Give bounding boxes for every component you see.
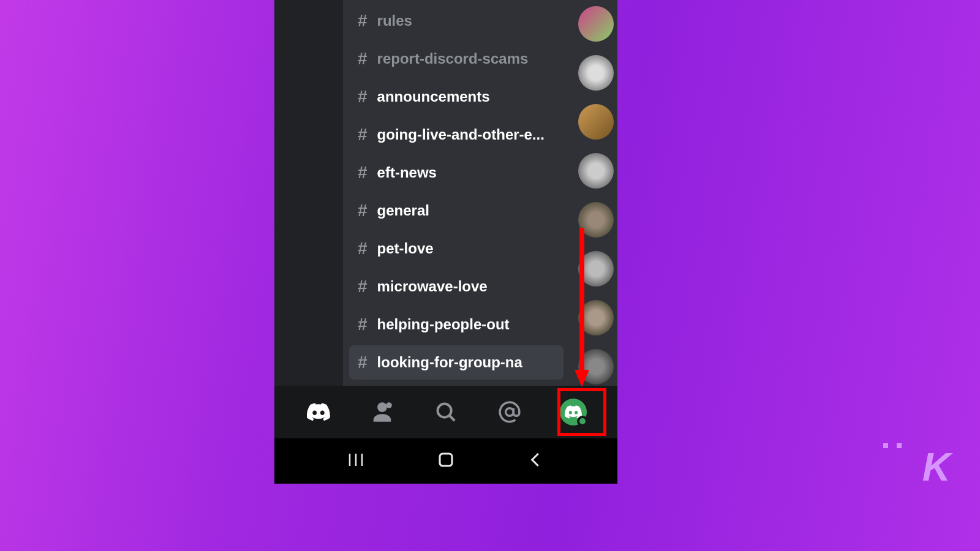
channel-label: general [377,202,429,219]
member-avatar[interactable] [578,153,614,189]
channel-list[interactable]: #rules#report-discord-scams#announcement… [343,0,575,438]
channel-label: rules [377,12,412,29]
watermark-dots [883,443,902,448]
channel-label: going-live-and-other-e... [377,126,545,143]
member-avatar[interactable] [578,104,614,140]
channel-label: looking-for-group-na [377,354,522,371]
channel-announcements[interactable]: #announcements [349,80,564,114]
watermark-logo: K [922,444,949,490]
nav-friends-icon[interactable] [367,397,398,427]
android-system-nav [274,438,617,484]
hash-icon: # [358,125,368,144]
channel-microwave-love[interactable]: #microwave-love [349,269,564,304]
svg-point-3 [506,408,514,416]
channel-report-discord-scams[interactable]: #report-discord-scams [349,42,564,76]
channel-label: announcements [377,88,490,105]
bottom-navigation [274,386,617,438]
status-indicator-online [577,416,588,427]
member-avatar[interactable] [578,202,614,238]
member-avatar[interactable] [578,6,614,42]
member-avatar[interactable] [578,251,614,287]
nav-search-icon[interactable] [431,397,461,427]
server-list-strip[interactable] [274,0,343,438]
hash-icon: # [358,277,368,296]
phone-frame: #rules#report-discord-scams#announcement… [274,0,617,484]
member-avatar[interactable] [578,349,614,384]
channel-looking-for-group-na[interactable]: #looking-for-group-na [349,345,564,380]
hash-icon: # [358,315,368,334]
channel-going-live-and-other-e...[interactable]: #going-live-and-other-e... [349,118,564,152]
channel-rules[interactable]: #rules [349,4,564,38]
hash-icon: # [358,87,368,107]
channel-label: microwave-love [377,278,488,295]
svg-line-2 [450,416,454,421]
svg-rect-9 [440,454,452,466]
hash-icon: # [358,353,368,372]
hash-icon: # [358,11,368,31]
android-recents-button[interactable] [347,451,365,471]
channel-helping-people-out[interactable]: #helping-people-out [349,307,564,342]
nav-mentions-icon[interactable] [494,397,525,427]
svg-point-0 [386,402,392,408]
channel-label: report-discord-scams [377,50,529,67]
hash-icon: # [358,49,368,69]
member-list[interactable] [575,0,617,438]
android-home-button[interactable] [437,451,455,471]
discord-app: #rules#report-discord-scams#announcement… [274,0,617,438]
channel-pet-love[interactable]: #pet-love [349,231,564,266]
channel-eft-news[interactable]: #eft-news [349,156,564,190]
svg-point-1 [438,404,451,418]
hash-icon: # [358,201,368,220]
channel-general[interactable]: #general [349,193,564,228]
member-avatar[interactable] [578,55,614,91]
android-back-button[interactable] [527,451,545,471]
hash-icon: # [358,239,368,258]
channel-label: helping-people-out [377,316,510,333]
nav-discord-logo[interactable] [303,397,334,427]
member-avatar[interactable] [578,300,614,335]
channel-label: pet-love [377,240,434,257]
channel-label: eft-news [377,164,437,181]
nav-profile-avatar[interactable] [558,397,589,427]
hash-icon: # [358,163,368,182]
